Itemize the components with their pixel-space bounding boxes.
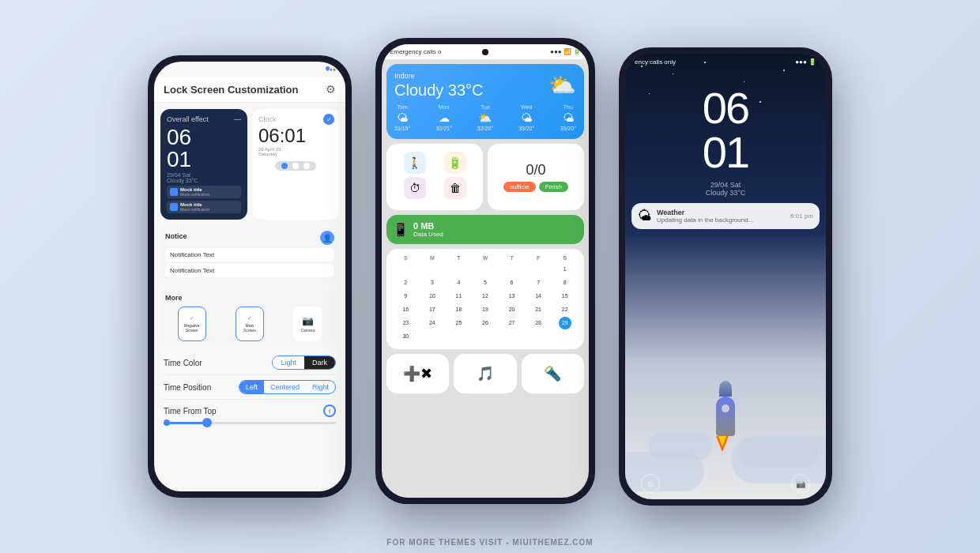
- widget-screen: Emergency calls o ●●● 📶 🔋 Indore Cloudy …: [382, 44, 589, 498]
- info-char: i: [329, 408, 330, 415]
- check-icon: ✓: [190, 315, 194, 322]
- clock-badge[interactable]: ✓: [323, 114, 334, 125]
- star-2: [673, 73, 673, 74]
- calendar-widget[interactable]: S M T W T F S 1: [386, 249, 584, 349]
- status-bar-1: ●●●: [154, 62, 345, 77]
- weather-widget[interactable]: Indore Cloudy 33°C ⛅ Tom 🌤 31/19° Mon ☁ …: [386, 64, 584, 139]
- light-btn[interactable]: Light: [273, 356, 304, 369]
- right-btn[interactable]: Right: [306, 381, 335, 393]
- more-header: More: [165, 294, 334, 302]
- cal-grid: 1 2 3 4 5 6 7 8 9 10 11 12 13 14: [393, 263, 578, 343]
- lock-bottom-bar: ⊙ 📷: [625, 474, 826, 493]
- lock-weather: Cloudy 33°C: [625, 189, 826, 197]
- tag-green[interactable]: Finish: [539, 182, 568, 192]
- more-section: More ✓ Negative Screen ✓ Main Screen: [154, 289, 345, 351]
- slider-thumb[interactable]: [202, 418, 212, 427]
- settings-header: Lock Screen Customization ⚙: [154, 77, 345, 103]
- weather-day-4: Thu 🌤 33/20°: [560, 104, 576, 131]
- weather-notification[interactable]: 🌤 Weather Updating data in the backgroun…: [631, 203, 820, 229]
- calendar-section: S M T W T F S 1: [382, 249, 589, 354]
- widgets-grid: 🚶 🔋 ⏱ 🗑 0/0 sufficie Finish: [382, 144, 589, 210]
- time-position-row: Time Position Left Centered Right: [164, 375, 336, 400]
- data-label: Data Used: [413, 231, 443, 238]
- more-item-box-camera: 📷 Camera: [293, 307, 322, 341]
- notif-sub: Updating data in the background...: [657, 216, 786, 224]
- notice-icons: 👤: [320, 231, 334, 245]
- phone-lockscreen: ency calls only ●●● 🔋 06 01 29/04 Sat Cl…: [619, 47, 832, 506]
- slider-start: [164, 419, 170, 426]
- slider-track[interactable]: [164, 422, 336, 424]
- more-panel: More ✓ Negative Screen ✓ Main Screen: [160, 289, 339, 346]
- notif-icon-2: [170, 203, 178, 211]
- watermark: FOR MORE THEMES VISIT - MIUITHEMEZ.COM: [0, 532, 980, 553]
- time-color-group: Light Dark: [272, 356, 336, 370]
- notif-row-1: Mock title Mock notification: [167, 186, 241, 198]
- icons-widget[interactable]: 🚶 🔋 ⏱ 🗑: [386, 144, 483, 210]
- notif-icon-1: [170, 188, 178, 196]
- from-top-text: Time From Top: [164, 407, 217, 416]
- flashlight-widget[interactable]: 🔦: [522, 354, 584, 393]
- clock-toggle[interactable]: [258, 161, 333, 171]
- panels-row: Overall effect — 06 01 29/04 Sat Cloudy …: [154, 103, 345, 226]
- widget-status-right: ●●● 📶 🔋: [550, 48, 581, 55]
- rocket-body: [716, 397, 735, 436]
- notif-row-2: Mock title Mock notification: [167, 201, 241, 213]
- stars-bg: [625, 54, 826, 149]
- from-top-label: Time From Top i: [164, 404, 336, 417]
- time-from-top-section: Time From Top i: [164, 400, 336, 429]
- phone1-screen: ●●● Lock Screen Customization ⚙ Overall …: [154, 62, 345, 491]
- phone-widgets: Emergency calls o ●●● 📶 🔋 Indore Cloudy …: [375, 38, 595, 504]
- data-text: 0 MB Data Used: [413, 221, 443, 238]
- audio-widget[interactable]: 🎵: [454, 354, 516, 393]
- counter-display: 0/0: [526, 162, 545, 179]
- weather-notif-text: Weather Updating data in the background.…: [657, 209, 786, 224]
- camera-label: Camera: [300, 328, 315, 333]
- settings-screen: ●●● Lock Screen Customization ⚙ Overall …: [154, 62, 345, 491]
- weather-day-2: Tue ⛅ 32/20°: [477, 104, 493, 131]
- negative-label: Negative Screen: [181, 323, 203, 333]
- main-label: Main Screen: [239, 323, 261, 333]
- left-btn[interactable]: Left: [239, 381, 264, 393]
- btn-row: sufficie Finish: [503, 182, 568, 192]
- walk-icon: 🚶: [404, 152, 426, 174]
- delete-icon: 🗑: [444, 177, 466, 199]
- clock-sub: 29 April 23 Saturday: [258, 147, 333, 156]
- camera-dot: [326, 66, 330, 70]
- notice-panel: Notice 👤 Notification Text Notification …: [160, 226, 339, 284]
- counter-widget[interactable]: 0/0 sufficie Finish: [488, 144, 584, 210]
- weather-day-3: Wed 🌤 33/22°: [518, 104, 534, 131]
- notif-item-2[interactable]: Notification Text: [165, 264, 334, 277]
- battery-icon: 🔋: [444, 152, 466, 174]
- settings-icon[interactable]: ⚙: [326, 83, 336, 96]
- tag-orange[interactable]: sufficie: [503, 182, 536, 192]
- dark-btn[interactable]: Dark: [304, 356, 335, 369]
- weather-header: Indore Cloudy 33°C ⛅: [394, 72, 576, 101]
- more-item-camera[interactable]: 📷 Camera: [281, 307, 334, 341]
- phone2-screen: Emergency calls o ●●● 📶 🔋 Indore Cloudy …: [382, 44, 589, 498]
- rocket-flame-inner: [718, 436, 726, 447]
- overall-weather: Cloudy 33°C: [167, 178, 241, 183]
- weather-day-0: Tom 🌤 31/19°: [394, 104, 410, 131]
- data-widget[interactable]: 📱 0 MB Data Used: [386, 215, 584, 244]
- notif-item-1[interactable]: Notification Text: [165, 248, 334, 261]
- notice-avatar: 👤: [320, 231, 334, 245]
- info-icon[interactable]: i: [323, 404, 336, 417]
- more-item-main[interactable]: ✓ Main Screen: [223, 307, 276, 341]
- position-group: Left Centered Right: [239, 380, 336, 394]
- toggle-dot-3: [303, 163, 310, 169]
- lock-camera-btn[interactable]: ⊙: [641, 474, 660, 493]
- centered-btn[interactable]: Centered: [264, 381, 306, 393]
- time-color-label: Time Color: [164, 359, 202, 367]
- clock-time-display: 06:01: [258, 126, 333, 145]
- overall-panel: Overall effect — 06 01 29/04 Sat Cloudy …: [160, 109, 247, 220]
- weather-notif-icon: 🌤: [638, 208, 652, 224]
- data-amount: 0 MB: [413, 221, 443, 231]
- overall-minus[interactable]: —: [234, 115, 241, 123]
- more-item-negative[interactable]: ✓ Negative Screen: [165, 307, 218, 341]
- widget-icon-row-2: ⏱ 🗑: [394, 177, 475, 199]
- toggle-dot-1: [281, 163, 288, 169]
- lock-camera-btn-2[interactable]: 📷: [791, 474, 810, 493]
- time-position-label: Time Position: [164, 383, 211, 392]
- star-5: [783, 70, 785, 71]
- calc-widget[interactable]: ➕✖: [386, 354, 449, 393]
